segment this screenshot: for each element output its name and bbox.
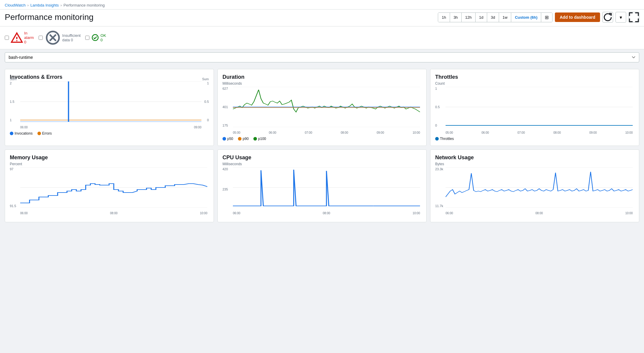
- memory-chart-area: 9791.5 06:0008:0010:00: [10, 167, 209, 215]
- invocations-chart-card: Invocations & Errors 21.51 Sum Sum 10.50: [5, 69, 214, 146]
- duration-chart-subtitle: Milliseconds: [222, 81, 422, 86]
- memory-svg-area: [20, 167, 207, 208]
- cpu-chart-subtitle: Milliseconds: [222, 162, 422, 166]
- charts-container: Invocations & Errors 21.51 Sum Sum 10.50: [0, 65, 644, 226]
- network-chart-area: 23.3k11.7k 06:0008:0010:00: [435, 167, 634, 215]
- legend-throttles: Throttles: [435, 137, 454, 141]
- legend-dot-blue: [10, 132, 13, 135]
- throttles-chart-area: 10.50 05:0006:0007:0008:0009:0010:00: [435, 87, 634, 134]
- legend-dot-p50: [222, 137, 226, 141]
- ok-filter[interactable]: OK 0: [85, 33, 106, 42]
- header-row: Performance monitoring 1h 3h 12h 1d 3d 1…: [0, 10, 644, 26]
- duration-svg-area: [233, 87, 420, 127]
- invocations-y-axis-left: 21.51: [10, 81, 19, 122]
- duration-chart-area: 627401175 05:0006:0007:0008:0009:0010:00: [222, 87, 422, 134]
- throttles-x-axis: 05:0006:0007:0008:0009:0010:00: [446, 131, 633, 134]
- time-3h-button[interactable]: 3h: [450, 13, 462, 22]
- network-y-axis: 23.3k11.7k: [435, 167, 444, 208]
- network-chart-card: Network Usage Bytes 23.3k11.7k 06:0008:0…: [430, 149, 639, 222]
- insufficient-icon: [45, 29, 61, 46]
- fullscreen-icon: [629, 12, 639, 22]
- throttles-legend: Throttles: [435, 137, 634, 141]
- cpu-svg-area: [233, 167, 420, 208]
- memory-x-axis: 06:0008:0010:00: [20, 212, 207, 215]
- network-chart-subtitle: Bytes: [435, 162, 634, 166]
- invocations-y-axis-right: 10.50: [203, 81, 209, 122]
- invocations-svg-area: [20, 81, 201, 122]
- alarm-icon: [11, 31, 23, 44]
- refresh-button[interactable]: [602, 12, 613, 23]
- legend-errors: Errors: [37, 131, 52, 135]
- add-dashboard-button[interactable]: Add to dashboard: [555, 12, 600, 22]
- legend-dot-p100: [253, 137, 257, 141]
- throttles-chart-subtitle: Count: [435, 81, 634, 86]
- duration-chart-card: Duration Milliseconds 627401175: [217, 69, 427, 146]
- duration-y-axis: 627401175: [222, 87, 233, 127]
- throttles-y-axis: 10.50: [435, 87, 444, 127]
- memory-chart-card: Memory Usage Percent 9791.5 06:0008:0010…: [5, 149, 214, 222]
- legend-dot-orange: [37, 132, 41, 135]
- time-1h-button[interactable]: 1h: [438, 13, 450, 22]
- memory-y-axis: 9791.5: [10, 167, 19, 208]
- breadcrumb-current: Performance monitoring: [64, 3, 105, 7]
- memory-chart-title: Memory Usage: [10, 155, 209, 161]
- in-alarm-filter[interactable]: In alarm 0: [5, 31, 34, 44]
- legend-dot-teal: [435, 137, 439, 141]
- throttles-chart-title: Throttles: [435, 74, 634, 80]
- filter-bar: In alarm 0 Insufficient data 0 OK 0: [0, 26, 644, 49]
- dropdown-button[interactable]: ▾: [615, 12, 626, 23]
- in-alarm-checkbox[interactable]: [5, 36, 9, 40]
- breadcrumb: CloudWatch › Lambda Insights › Performan…: [5, 0, 639, 9]
- memory-chart-subtitle: Percent: [10, 162, 209, 166]
- svg-point-2: [16, 40, 18, 41]
- duration-x-axis: 05:0006:0007:0008:0009:0010:00: [233, 131, 420, 134]
- cpu-x-axis: 06:0008:0010:00: [233, 212, 420, 215]
- time-3d-button[interactable]: 3d: [487, 13, 499, 22]
- invocations-chart-area: 21.51 Sum Sum 10.50: [10, 81, 209, 129]
- time-12h-button[interactable]: 12h: [462, 13, 476, 22]
- invocations-legend: Invocations Errors: [10, 131, 209, 135]
- cpu-y-axis: 420235: [222, 167, 231, 208]
- dropdown-bar: bash-runtime: [0, 49, 644, 65]
- throttles-chart-card: Throttles Count 10.50 05:0006:0007:0008:…: [430, 69, 639, 146]
- ok-icon: [91, 34, 99, 42]
- time-1d-button[interactable]: 1d: [476, 13, 487, 22]
- cpu-chart-title: CPU Usage: [222, 155, 422, 161]
- network-chart-title: Network Usage: [435, 155, 634, 161]
- legend-dot-p90: [238, 137, 241, 141]
- cpu-chart-card: CPU Usage Milliseconds 420235 06:0008:00…: [217, 149, 427, 222]
- duration-chart-title: Duration: [222, 74, 422, 80]
- refresh-icon: [603, 12, 613, 22]
- fullscreen-button[interactable]: [629, 12, 639, 23]
- legend-invocations: Invocations: [10, 131, 33, 135]
- insufficient-data-filter[interactable]: Insufficient data 0: [39, 29, 81, 46]
- legend-p100: p100: [253, 137, 266, 141]
- breadcrumb-cloudwatch[interactable]: CloudWatch: [5, 3, 26, 7]
- page-title: Performance monitoring: [5, 12, 94, 22]
- network-x-axis: 06:0008:0010:00: [446, 212, 633, 215]
- invocations-chart-title: Invocations & Errors: [10, 74, 209, 80]
- header-controls: 1h 3h 12h 1d 3d 1w Custom (6h) ⊞ Add to …: [438, 12, 639, 23]
- time-1w-button[interactable]: 1w: [499, 13, 512, 22]
- function-selector[interactable]: bash-runtime: [5, 52, 639, 62]
- duration-legend: p50 p90 p100: [222, 137, 422, 141]
- time-custom-button[interactable]: Custom (6h): [511, 13, 541, 22]
- legend-p50: p50: [222, 137, 233, 141]
- invocations-x-axis: 06:0009:00: [20, 126, 201, 129]
- cpu-chart-area: 420235 06:0008:0010:00: [222, 167, 422, 215]
- svg-point-6: [92, 35, 98, 41]
- insufficient-checkbox[interactable]: [39, 36, 43, 40]
- legend-p90: p90: [238, 137, 249, 141]
- throttles-svg-area: [446, 87, 633, 127]
- time-grid-button[interactable]: ⊞: [541, 13, 552, 22]
- network-svg-area: [446, 167, 633, 208]
- time-selector: 1h 3h 12h 1d 3d 1w Custom (6h) ⊞: [438, 12, 553, 22]
- ok-checkbox[interactable]: [85, 36, 89, 40]
- breadcrumb-lambda-insights[interactable]: Lambda Insights: [30, 3, 59, 7]
